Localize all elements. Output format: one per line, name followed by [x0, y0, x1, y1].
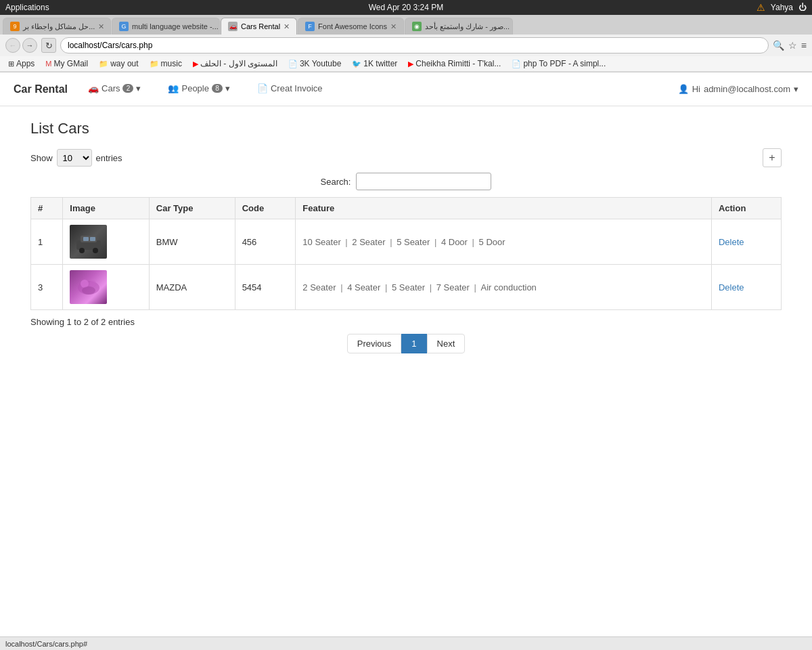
apps-icon: ⊞	[8, 60, 14, 68]
table-row: 1 BMW	[31, 219, 782, 265]
feature-item: 2 Seater	[352, 237, 385, 247]
gmail-icon: M	[45, 60, 51, 68]
browser-chrome: 9 حل مشاكل واجطاء بر... ✕ G multi langua…	[0, 15, 812, 72]
table-row: 3 MAZDA 5454	[31, 265, 782, 310]
navbar-brand[interactable]: Car Rental	[14, 83, 68, 95]
tab-favicon-1: 9	[10, 22, 20, 31]
bookmark-label-music: music	[161, 59, 182, 68]
row-cartype-1: BMW	[149, 219, 235, 265]
feature-item: 5 Door	[479, 237, 505, 247]
cars-badge: 2	[122, 84, 133, 93]
pipe: |	[385, 282, 390, 292]
tab-cars-rental[interactable]: 🚗 Cars Rental ✕	[221, 18, 297, 35]
feature-item: 7 Seater	[436, 282, 470, 292]
invoice-icon: 📄	[257, 83, 268, 93]
tab-arabic2[interactable]: ◉ صور - شارك واستمتع بأحد... ✕	[405, 18, 513, 35]
bookmark-youtube[interactable]: 📄 3K Youtube	[286, 58, 344, 69]
tab-multilang[interactable]: G multi language website -... ✕	[112, 18, 220, 35]
add-car-button[interactable]: +	[763, 148, 782, 167]
nav-invoice-label: Creat Invoice	[271, 83, 323, 93]
nav-item-cars[interactable]: 🚗 Cars 2 ▾	[81, 72, 148, 106]
controls-top: Show 10 25 50 100 entries +	[30, 148, 782, 167]
play-icon-1: ▶	[193, 60, 198, 68]
search-input[interactable]	[356, 173, 491, 190]
back-button[interactable]: ←	[5, 38, 20, 53]
svg-point-2	[79, 248, 85, 253]
delete-button-2[interactable]: Delete	[719, 282, 744, 292]
pagination: Previous 1 Next	[30, 334, 782, 353]
tab-arabic[interactable]: 9 حل مشاكل واجطاء بر... ✕	[3, 18, 111, 35]
bookmark-twitter[interactable]: 🐦 1K twitter	[349, 58, 400, 69]
address-bar: ← → ↻ 🔍 ☆ ≡	[0, 35, 812, 56]
search-icon[interactable]: 🔍	[773, 40, 784, 51]
os-bar-right: ⚠ Yahya ⏻	[757, 2, 807, 13]
pipe: |	[345, 237, 350, 247]
bookmarks-bar: ⊞ Apps M My GMail 📁 way out 📁 music ▶ ال…	[0, 56, 812, 72]
bookmark-level1[interactable]: ▶ المستوى الاول - الحلف	[190, 58, 280, 69]
tab-close-1[interactable]: ✕	[98, 22, 104, 31]
search-row: Search:	[30, 173, 782, 190]
row-code-1: 456	[235, 219, 296, 265]
feature-item: 4 Seater	[347, 282, 380, 292]
refresh-button[interactable]: ↻	[41, 38, 56, 53]
feature-item: 5 Seater	[392, 282, 425, 292]
nav-people-label: People	[181, 83, 208, 93]
page-1-button[interactable]: 1	[401, 334, 426, 353]
navbar-right: 👤 Hi admin@localhost.com ▾	[678, 84, 798, 94]
browser-icons: 🔍 ☆ ≡	[773, 40, 807, 51]
car-image-bmw	[70, 225, 107, 259]
svg-rect-4	[83, 237, 89, 241]
show-select[interactable]: 10 25 50 100	[57, 149, 92, 167]
row-features-2: 2 Seater | 4 Seater | 5 Seater | 7 Seate…	[296, 265, 712, 310]
col-header-code: Code	[235, 198, 296, 219]
bookmark-music[interactable]: 📁 music	[147, 58, 185, 69]
bookmark-label-wayout: way out	[110, 59, 138, 68]
col-header-image: Image	[63, 198, 149, 219]
row-code-2: 5454	[235, 265, 296, 310]
twitter-icon: 🐦	[352, 60, 361, 68]
nav-user-email: admin@localhost.com	[704, 84, 790, 94]
tab-close-4[interactable]: ✕	[390, 22, 397, 31]
col-header-feature: Feature	[296, 198, 712, 219]
os-power-icon[interactable]: ⏻	[798, 3, 807, 12]
bookmark-label-youtube: 3K Youtube	[300, 59, 341, 68]
pipe: |	[472, 237, 477, 247]
col-header-action: Action	[711, 198, 781, 219]
tab-label-5: صور - شارك واستمتع بأحد...	[425, 22, 510, 31]
star-icon[interactable]: ☆	[788, 40, 797, 51]
forward-button[interactable]: →	[22, 38, 37, 53]
nav-user[interactable]: 👤 Hi admin@localhost.com ▾	[678, 84, 798, 94]
menu-icon[interactable]: ≡	[801, 40, 807, 51]
delete-button-1[interactable]: Delete	[719, 237, 744, 247]
url-input[interactable]	[60, 37, 769, 53]
doc-icon-1: 📄	[288, 60, 298, 68]
bookmark-wayout[interactable]: 📁 way out	[96, 58, 141, 69]
tab-label-1: حل مشاكل واجطاء بر...	[23, 22, 95, 31]
bookmark-apps[interactable]: ⊞ Apps	[5, 58, 37, 69]
main-content: List Cars Show 10 25 50 100 entries + Se…	[10, 106, 802, 367]
next-button[interactable]: Next	[427, 334, 466, 353]
bookmark-label-twitter: 1K twitter	[363, 59, 397, 68]
row-cartype-2: MAZDA	[149, 265, 235, 310]
user-dropdown-icon: ▾	[794, 84, 798, 94]
previous-button[interactable]: Previous	[347, 334, 402, 353]
svg-point-3	[93, 248, 98, 253]
warning-icon: ⚠	[757, 2, 765, 13]
os-applications-label[interactable]: Applications	[5, 3, 49, 12]
feature-item: 4 Door	[441, 237, 468, 247]
row-action-2: Delete	[711, 265, 781, 310]
bookmark-pdf[interactable]: 📄 php To PDF - A simpl...	[509, 58, 608, 69]
bookmark-gmail[interactable]: M My GMail	[43, 58, 91, 69]
cars-dropdown-icon: ▾	[136, 83, 141, 93]
bookmark-cheikha[interactable]: ▶ Cheikha Rimitti - T'kal...	[405, 58, 503, 69]
row-image-1	[63, 219, 149, 265]
page: Car Rental 🚗 Cars 2 ▾ 👥 People 8 ▾ 📄 Cre…	[0, 72, 812, 367]
nav-item-invoice[interactable]: 📄 Creat Invoice	[250, 72, 330, 106]
doc-icon-2: 📄	[512, 60, 521, 68]
pipe: |	[474, 282, 478, 292]
tab-close-3[interactable]: ✕	[284, 22, 290, 31]
tab-fontawesome[interactable]: F Font Awesome Icons ✕	[298, 18, 404, 35]
col-header-cartype: Car Type	[149, 198, 235, 219]
nav-cars-label: Cars	[102, 83, 120, 93]
nav-item-people[interactable]: 👥 People 8 ▾	[161, 72, 236, 106]
